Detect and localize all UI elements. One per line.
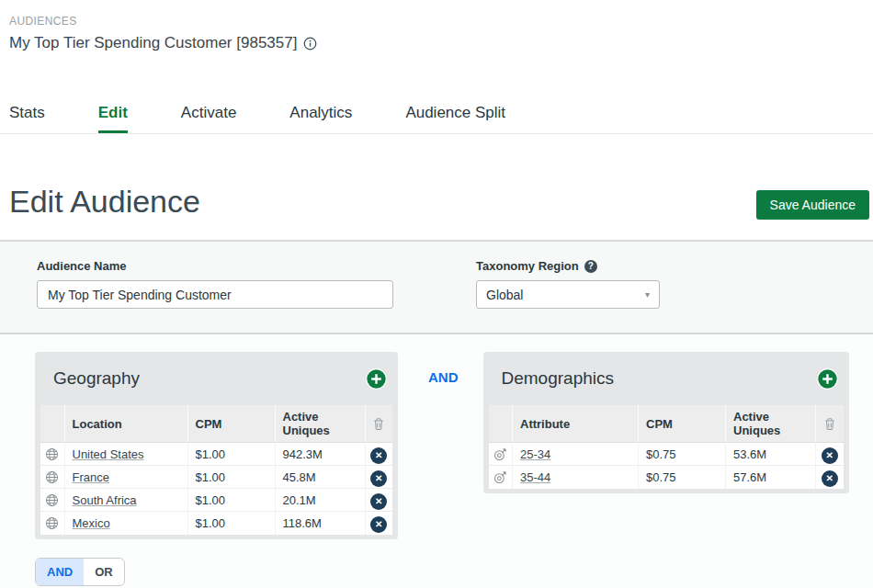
taxonomy-region-label: Taxonomy Region: [476, 259, 579, 273]
demographics-panel: Demographics Attribute CPM Active Unique…: [483, 352, 849, 493]
page-title: Edit Audience: [9, 184, 200, 220]
row-cpm: $0.75: [639, 466, 726, 489]
delete-group-button[interactable]: [816, 405, 844, 443]
row-name-link[interactable]: France: [73, 470, 109, 484]
row-cpm: $1.00: [187, 512, 275, 535]
tab-edit[interactable]: Edit: [98, 93, 128, 133]
table-row: 35-44$0.7557.6M✕: [489, 466, 844, 489]
table-row: United States$1.00942.3M✕: [40, 443, 392, 466]
tab-bar: Stats Edit Activate Analytics Audience S…: [0, 93, 873, 134]
row-name-link[interactable]: 25-34: [520, 447, 550, 461]
and-or-toggle: AND OR: [35, 558, 125, 586]
row-name-link[interactable]: Mexico: [73, 516, 110, 530]
row-cpm: $1.00: [187, 466, 275, 489]
remove-row-button[interactable]: ✕: [822, 470, 838, 487]
table-row: Mexico$1.00118.6M✕: [40, 512, 392, 535]
demographics-table: Attribute CPM Active Uniques 25-34$0.755…: [489, 405, 844, 489]
tab-analytics[interactable]: Analytics: [289, 93, 352, 133]
row-cpm: $1.00: [187, 489, 275, 512]
save-audience-button[interactable]: Save Audience: [756, 190, 869, 220]
table-row: South Africa$1.0020.1M✕: [40, 489, 392, 512]
table-row: 25-34$0.7553.6M✕: [489, 443, 844, 466]
globe-icon: [40, 466, 64, 489]
group-operator-label: AND: [428, 369, 459, 385]
remove-row-button[interactable]: ✕: [822, 447, 838, 464]
column-header-active-uniques: Active Uniques: [726, 405, 816, 443]
audience-form: Audience Name Taxonomy Region ? Global ▾: [0, 240, 873, 334]
row-active-uniques: 57.6M: [726, 466, 816, 489]
row-name-link[interactable]: 35-44: [520, 470, 550, 484]
globe-icon: [40, 443, 64, 466]
row-active-uniques: 20.1M: [275, 489, 365, 512]
tab-stats[interactable]: Stats: [9, 93, 45, 133]
row-name-link[interactable]: South Africa: [73, 493, 137, 507]
geography-panel: Geography Location CPM Active Uniques: [35, 352, 398, 539]
page-header: AUDIENCES My Top Tier Spending Customer …: [0, 0, 873, 52]
info-icon[interactable]: [303, 37, 317, 51]
row-active-uniques: 118.6M: [275, 512, 365, 535]
globe-icon: [40, 512, 64, 535]
help-icon[interactable]: ?: [584, 260, 597, 273]
breadcrumb: AUDIENCES: [9, 15, 864, 28]
column-header-location: Location: [64, 405, 187, 443]
audience-name-label: Audience Name: [37, 259, 393, 273]
remove-row-button[interactable]: ✕: [370, 470, 387, 487]
row-cpm: $0.75: [639, 443, 726, 466]
remove-row-button[interactable]: ✕: [370, 493, 387, 510]
column-header-cpm: CPM: [187, 405, 275, 443]
remove-row-button[interactable]: ✕: [370, 516, 387, 533]
audience-edit-page: AUDIENCES My Top Tier Spending Customer …: [0, 0, 873, 588]
row-active-uniques: 45.8M: [275, 466, 365, 489]
geography-panel-title: Geography: [53, 368, 140, 389]
audience-name-input[interactable]: [37, 280, 393, 309]
row-name-link[interactable]: United States: [73, 447, 144, 461]
tab-audience-split[interactable]: Audience Split: [405, 93, 505, 133]
row-active-uniques: 53.6M: [726, 443, 816, 466]
geography-table: Location CPM Active Uniques United State…: [40, 405, 392, 535]
add-geography-button[interactable]: [366, 368, 387, 390]
audience-title: My Top Tier Spending Customer [985357]: [9, 34, 297, 52]
column-header-attribute: Attribute: [513, 405, 639, 443]
row-active-uniques: 942.3M: [275, 443, 365, 466]
row-cpm: $1.00: [187, 443, 275, 466]
demographics-panel-title: Demographics: [502, 368, 615, 389]
taxonomy-region-value: Global: [486, 288, 523, 302]
delete-group-button[interactable]: [365, 405, 392, 443]
target-icon: [489, 466, 513, 489]
target-icon: [489, 443, 513, 466]
rules-area: Geography Location CPM Active Uniques: [0, 334, 873, 588]
add-demographics-button[interactable]: [817, 368, 838, 390]
column-header-cpm: CPM: [639, 405, 726, 443]
remove-row-button[interactable]: ✕: [370, 447, 387, 464]
table-row: France$1.0045.8M✕: [40, 466, 392, 489]
taxonomy-region-select[interactable]: Global ▾: [476, 280, 660, 309]
globe-icon: [40, 489, 64, 512]
tab-activate[interactable]: Activate: [181, 93, 236, 133]
toggle-or[interactable]: OR: [84, 559, 124, 585]
toggle-and[interactable]: AND: [36, 559, 84, 585]
caret-down-icon: ▾: [645, 289, 650, 300]
column-header-active-uniques: Active Uniques: [275, 405, 365, 443]
